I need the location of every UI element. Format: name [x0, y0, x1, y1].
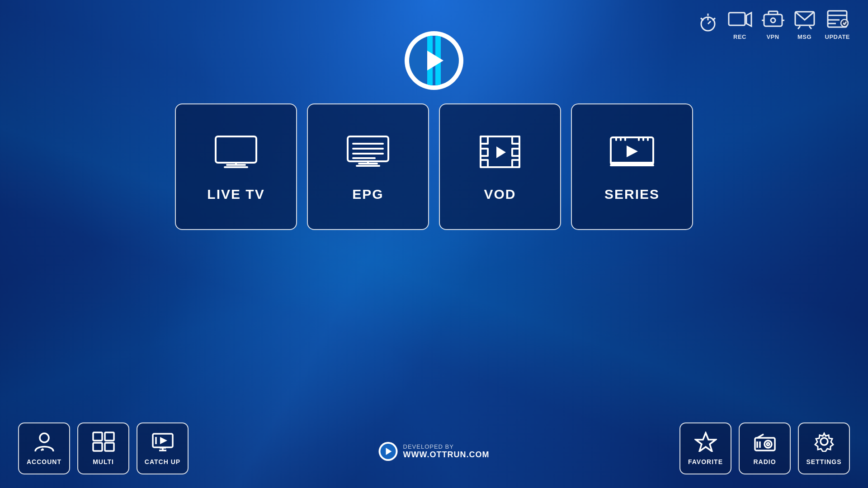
account-label: ACCOUNT — [27, 458, 61, 465]
msg-icon — [793, 9, 816, 33]
svg-rect-58 — [93, 432, 102, 441]
favorite-button[interactable]: FAVORITE — [679, 422, 731, 474]
bottom-right-group: FAVORITE RADIO — [679, 422, 850, 474]
svg-marker-68 — [696, 433, 716, 451]
svg-point-75 — [821, 438, 828, 445]
rec-icon — [727, 9, 753, 33]
svg-point-71 — [767, 443, 769, 446]
svg-rect-40 — [481, 160, 488, 167]
svg-marker-44 — [496, 146, 506, 158]
update-button[interactable]: UPDATE — [825, 9, 850, 40]
vod-icon — [475, 132, 525, 178]
svg-point-55 — [40, 433, 49, 442]
rec-button[interactable]: REC — [727, 9, 753, 40]
multi-icon — [92, 432, 115, 455]
svg-point-24 — [841, 19, 848, 27]
vpn-button[interactable]: VPN — [762, 9, 784, 40]
svg-point-9 — [771, 18, 775, 23]
epg-icon — [343, 132, 393, 178]
svg-marker-7 — [746, 13, 751, 26]
svg-rect-39 — [481, 149, 488, 156]
svg-rect-6 — [729, 13, 745, 25]
catchup-icon — [151, 432, 174, 455]
dev-text: DEVELOPED BY WWW.OTTRUN.COM — [403, 443, 490, 460]
svg-point-70 — [764, 441, 772, 448]
svg-rect-61 — [105, 443, 114, 451]
svg-rect-8 — [764, 14, 782, 26]
series-icon — [607, 132, 657, 178]
favorite-label: FAVORITE — [688, 458, 723, 465]
tv-icon — [211, 132, 261, 178]
app-logo — [405, 31, 463, 90]
catchup-button[interactable]: CATCH UP — [137, 422, 189, 474]
svg-line-16 — [798, 26, 800, 29]
msg-button[interactable]: MSG — [793, 9, 816, 40]
rec-label: REC — [733, 33, 746, 40]
svg-line-17 — [809, 26, 811, 29]
bottom-left-group: ACCOUNT MULTI — [18, 422, 189, 474]
multi-button[interactable]: MULTI — [77, 422, 129, 474]
alarm-icon — [698, 13, 718, 36]
vod-label: VOD — [484, 187, 516, 202]
settings-button[interactable]: SETTINGS — [798, 422, 850, 474]
vpn-icon — [762, 9, 784, 33]
live-tv-button[interactable]: LIVE TV — [175, 103, 297, 230]
multi-label: MULTI — [93, 458, 114, 465]
svg-line-2 — [708, 21, 711, 24]
vod-button[interactable]: VOD — [439, 103, 561, 230]
series-label: SERIES — [604, 187, 660, 202]
msg-label: MSG — [797, 33, 811, 40]
epg-label: EPG — [352, 187, 383, 202]
svg-rect-59 — [105, 432, 114, 441]
catchup-label: CATCH UP — [145, 458, 180, 465]
svg-rect-38 — [481, 136, 488, 144]
settings-label: SETTINGS — [806, 458, 841, 465]
dev-logo — [379, 442, 398, 461]
live-tv-label: LIVE TV — [207, 187, 264, 202]
radio-label: RADIO — [753, 458, 776, 465]
alarm-button[interactable] — [698, 13, 718, 37]
svg-marker-66 — [160, 437, 167, 444]
dev-url: WWW.OTTRUN.COM — [403, 450, 490, 460]
account-icon — [33, 432, 56, 455]
series-button[interactable]: SERIES — [571, 103, 693, 230]
settings-icon — [813, 432, 835, 455]
svg-rect-41 — [512, 136, 519, 144]
epg-button[interactable]: EPG — [307, 103, 429, 230]
svg-marker-54 — [627, 145, 638, 157]
svg-rect-60 — [93, 443, 102, 451]
svg-rect-43 — [512, 160, 519, 167]
developer-credit: DEVELOPED BY WWW.OTTRUN.COM — [379, 442, 490, 461]
update-icon — [826, 9, 849, 33]
vpn-label: VPN — [766, 33, 779, 40]
update-label: UPDATE — [825, 33, 850, 40]
main-menu: LIVE TV EPG — [175, 103, 693, 230]
account-button[interactable]: ACCOUNT — [18, 422, 70, 474]
radio-icon — [754, 432, 776, 455]
svg-rect-42 — [512, 149, 519, 156]
svg-rect-25 — [216, 136, 256, 163]
bottom-bar: ACCOUNT MULTI — [0, 422, 868, 474]
radio-button[interactable]: RADIO — [739, 422, 791, 474]
favorite-icon — [694, 432, 717, 455]
dev-prefix: DEVELOPED BY — [403, 443, 490, 450]
